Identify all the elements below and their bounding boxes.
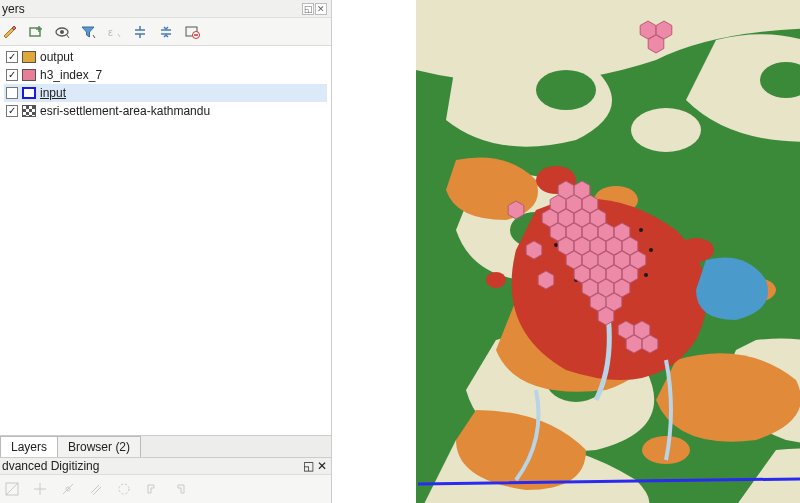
layer-swatch-icon [22,105,36,117]
layers-toolbar: ε [0,18,331,46]
svg-marker-92 [508,201,524,219]
expression-icon[interactable]: ε [104,22,124,42]
svg-marker-85 [598,307,614,325]
layer-row-input[interactable]: input [4,84,327,102]
svg-point-2 [60,30,64,34]
layer-swatch-icon [22,69,36,81]
svg-text:ε: ε [108,26,113,38]
svg-point-8 [119,484,129,494]
cad-tool-icon [142,479,162,499]
filter-icon[interactable] [78,22,98,42]
visibility-icon[interactable] [52,22,72,42]
layer-row-h3[interactable]: ✓ h3_index_7 [4,66,327,84]
svg-point-33 [486,272,506,288]
digitizing-panel-header: dvanced Digitizing ◱ ✕ [0,457,331,475]
layer-label: esri-settlement-area-kathmandu [40,104,210,118]
layer-row-output[interactable]: ✓ output [4,48,327,66]
style-manager-icon[interactable] [0,22,20,42]
layers-panel-header: yers ◱ ✕ [0,0,331,18]
svg-point-29 [678,238,714,262]
layer-row-esri[interactable]: ✓ esri-settlement-area-kathmandu [4,102,327,120]
svg-point-47 [554,243,558,247]
layer-label: output [40,50,73,64]
layer-checkbox[interactable]: ✓ [6,69,18,81]
cad-perp-icon [114,479,134,499]
svg-marker-88 [626,335,642,353]
panel-close-button[interactable]: ✕ [315,3,327,15]
layers-panel-title: yers [2,2,25,16]
digitizing-toolbar [0,475,331,503]
layer-checkbox[interactable]: ✓ [6,105,18,117]
svg-marker-91 [526,241,542,259]
panel-float-button[interactable]: ◱ [303,459,314,473]
layer-label: h3_index_7 [40,68,102,82]
tab-browser[interactable]: Browser (2) [57,436,141,457]
remove-layer-icon[interactable] [182,22,202,42]
svg-point-51 [644,273,648,277]
expand-all-icon[interactable] [130,22,150,42]
panel-close-button[interactable]: ✕ [317,459,327,473]
layer-checkbox[interactable]: ✓ [6,51,18,63]
layers-panel: yers ◱ ✕ ε ✓ [0,0,332,503]
map-canvas[interactable] [332,0,800,503]
layer-label: input [40,86,66,100]
cad-construction-icon [30,479,50,499]
collapse-all-icon[interactable] [156,22,176,42]
panel-tabs: Layers Browser (2) [0,435,331,457]
cad-tool2-icon [170,479,190,499]
digitizing-panel-title: dvanced Digitizing [2,459,99,473]
cad-snap-icon [58,479,78,499]
tab-layers[interactable]: Layers [0,436,58,457]
svg-point-10 [631,108,701,152]
svg-point-16 [536,70,596,110]
svg-marker-90 [538,271,554,289]
cad-enable-icon [2,479,22,499]
layer-swatch-icon [22,87,36,99]
svg-marker-95 [648,35,664,53]
panel-float-button[interactable]: ◱ [302,3,314,15]
svg-point-49 [639,228,643,232]
add-group-icon[interactable] [26,22,46,42]
layer-swatch-icon [22,51,36,63]
layer-checkbox[interactable] [6,87,18,99]
cad-parallel-icon [86,479,106,499]
svg-point-50 [649,248,653,252]
layers-list: ✓ output ✓ h3_index_7 input ✓ esri-settl… [0,46,331,435]
svg-marker-89 [642,335,658,353]
